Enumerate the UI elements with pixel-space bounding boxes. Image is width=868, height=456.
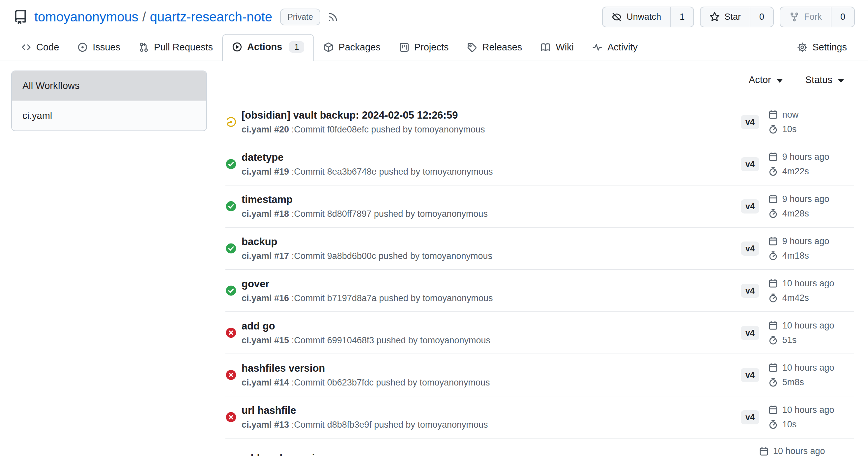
run-summary: add cache again bbox=[225, 452, 741, 456]
workflow-run-row[interactable]: url hashfile ci.yaml #13 :Commit d8b8fb3… bbox=[225, 396, 854, 438]
run-status-slot bbox=[225, 116, 237, 128]
stopwatch-icon bbox=[768, 419, 778, 429]
run-meta: v4 10 hours ago bbox=[741, 363, 854, 388]
run-text: add go ci.yaml #15 :Commit 69910468f3 pu… bbox=[242, 320, 490, 346]
run-timing: 10 hours ago 51s bbox=[768, 321, 834, 345]
run-description: :Commit 69910468f3 pushed by tomoyanonym… bbox=[289, 335, 490, 345]
tab-code[interactable]: Code bbox=[12, 35, 68, 61]
workflow-run-row[interactable]: timestamp ci.yaml #18 :Commit 8d80ff7897… bbox=[225, 186, 854, 228]
run-title[interactable]: gover bbox=[242, 278, 493, 291]
run-text: add cache again bbox=[242, 452, 321, 456]
star-button[interactable]: Star bbox=[701, 7, 750, 27]
watch-button-group: Unwatch 1 bbox=[602, 7, 694, 27]
workflow-run-row[interactable]: add go ci.yaml #15 :Commit 69910468f3 pu… bbox=[225, 312, 854, 354]
repo-name-link[interactable]: quartz-research-note bbox=[150, 9, 272, 24]
run-title[interactable]: backup bbox=[242, 235, 492, 249]
workflow-run-row[interactable]: datetype ci.yaml #19 :Commit 8ea3b6748e … bbox=[225, 143, 854, 186]
run-summary: [obsidian] vault backup: 2024-02-05 12:2… bbox=[225, 109, 741, 135]
tab-releases[interactable]: Releases bbox=[458, 35, 531, 61]
run-meta: v4 10 hours ago bbox=[741, 405, 854, 430]
run-title[interactable]: add cache again bbox=[242, 452, 321, 456]
run-title[interactable]: add go bbox=[242, 320, 490, 333]
calendar-icon bbox=[768, 279, 778, 288]
workflow-run-row[interactable]: [obsidian] vault backup: 2024-02-05 12:2… bbox=[225, 101, 854, 143]
tab-activity-label: Activity bbox=[607, 42, 638, 53]
artifact-version-badge: v4 bbox=[741, 199, 759, 214]
status-filter-dropdown[interactable]: Status bbox=[805, 74, 844, 85]
workflow-run-row[interactable]: gover ci.yaml #16 :Commit b7197d8a7a pus… bbox=[225, 270, 854, 312]
tab-releases-label: Releases bbox=[482, 42, 522, 53]
code-icon bbox=[21, 42, 31, 53]
unwatch-button[interactable]: Unwatch bbox=[603, 7, 670, 27]
run-subtitle: ci.yaml #17 :Commit 9a8bd6b00c pushed by… bbox=[242, 251, 492, 262]
stopwatch-icon bbox=[768, 293, 778, 303]
run-list: [obsidian] vault backup: 2024-02-05 12:2… bbox=[225, 101, 854, 456]
calendar-icon bbox=[768, 405, 778, 415]
fork-label: Fork bbox=[804, 12, 822, 22]
run-duration-text: 5m8s bbox=[782, 377, 804, 388]
run-text: gover ci.yaml #16 :Commit b7197d8a7a pus… bbox=[242, 278, 493, 304]
run-summary: gover ci.yaml #16 :Commit b7197d8a7a pus… bbox=[225, 278, 741, 304]
run-text: url hashfile ci.yaml #13 :Commit d8b8fb3… bbox=[242, 404, 488, 430]
artifact-version-badge: v4 bbox=[741, 410, 759, 424]
artifact-version-badge: v4 bbox=[741, 157, 759, 171]
tab-wiki[interactable]: Wiki bbox=[531, 35, 583, 61]
repo-header: tomoyanonymous/quartz-research-note Priv… bbox=[0, 0, 868, 31]
tab-actions[interactable]: Actions 1 bbox=[222, 34, 314, 61]
tag-icon bbox=[467, 42, 477, 53]
run-title[interactable]: url hashfile bbox=[242, 404, 488, 417]
tab-issues-label: Issues bbox=[93, 42, 120, 53]
calendar-icon bbox=[768, 194, 778, 204]
actor-filter-dropdown[interactable]: Actor bbox=[749, 74, 783, 85]
run-duration-line: 5m8s bbox=[768, 377, 834, 388]
run-description: :Commit f0fde08efc pushed by tomoyanonym… bbox=[289, 125, 485, 134]
tab-activity[interactable]: Activity bbox=[583, 35, 647, 61]
run-summary: hashfiles version ci.yaml #14 :Commit 0b… bbox=[225, 362, 741, 388]
run-title[interactable]: timestamp bbox=[242, 193, 488, 206]
stopwatch-icon bbox=[768, 208, 778, 219]
watchers-count[interactable]: 1 bbox=[670, 7, 693, 27]
workflow-run-row[interactable]: hashfiles version ci.yaml #14 :Commit 0b… bbox=[225, 354, 854, 396]
run-label: ci.yaml #20 bbox=[242, 125, 289, 134]
fork-button[interactable]: Fork bbox=[780, 7, 831, 27]
run-summary: backup ci.yaml #17 :Commit 9a8bd6b00c pu… bbox=[225, 235, 741, 262]
artifact-version-badge: v4 bbox=[741, 368, 759, 382]
chevron-down-icon bbox=[776, 79, 783, 83]
tab-projects[interactable]: Projects bbox=[390, 35, 458, 61]
run-status-slot bbox=[225, 201, 237, 212]
run-filters: Actor Status bbox=[225, 70, 854, 85]
run-time-text: 10 hours ago bbox=[773, 446, 825, 456]
tab-settings[interactable]: Settings bbox=[788, 35, 856, 61]
sidebar-item-ci-yaml[interactable]: ci.yaml bbox=[12, 100, 206, 130]
fork-button-group: Fork 0 bbox=[780, 7, 855, 27]
run-label: ci.yaml #14 bbox=[242, 378, 289, 388]
run-time-line: 10 hours ago bbox=[768, 363, 834, 373]
stopwatch-icon bbox=[768, 124, 778, 134]
artifact-version-badge: v4 bbox=[741, 326, 759, 340]
run-text: backup ci.yaml #17 :Commit 9a8bd6b00c pu… bbox=[242, 235, 492, 262]
tab-packages[interactable]: Packages bbox=[314, 35, 390, 61]
workflow-run-row[interactable]: backup ci.yaml #17 :Commit 9a8bd6b00c pu… bbox=[225, 228, 854, 270]
chevron-down-icon bbox=[838, 79, 844, 83]
run-label: ci.yaml #16 bbox=[242, 293, 289, 303]
run-time-text: 10 hours ago bbox=[782, 279, 834, 289]
rss-feed-icon[interactable] bbox=[328, 11, 338, 23]
stars-count[interactable]: 0 bbox=[750, 7, 773, 27]
run-time-text: 10 hours ago bbox=[782, 405, 834, 415]
tab-pull-requests[interactable]: Pull Requests bbox=[129, 35, 222, 61]
sidebar-item-all-workflows[interactable]: All Workflows bbox=[12, 71, 206, 100]
run-label: ci.yaml #13 bbox=[242, 420, 289, 430]
workflow-run-row[interactable]: add cache again 10 hours ago bbox=[225, 438, 854, 456]
run-title[interactable]: datetype bbox=[242, 151, 493, 164]
run-duration-text: 10s bbox=[782, 124, 797, 134]
tab-issues[interactable]: Issues bbox=[68, 35, 129, 61]
run-duration-text: 51s bbox=[782, 335, 797, 345]
run-title[interactable]: hashfiles version bbox=[242, 362, 490, 375]
run-title[interactable]: [obsidian] vault backup: 2024-02-05 12:2… bbox=[242, 109, 485, 122]
run-time-line: 9 hours ago bbox=[768, 152, 830, 162]
run-time-text: 10 hours ago bbox=[782, 363, 834, 373]
forks-count[interactable]: 0 bbox=[831, 7, 854, 27]
repo-owner-link[interactable]: tomoyanonymous bbox=[34, 9, 138, 24]
run-timing: 10 hours ago 4m42s bbox=[768, 279, 834, 303]
run-duration-text: 4m22s bbox=[782, 166, 809, 176]
